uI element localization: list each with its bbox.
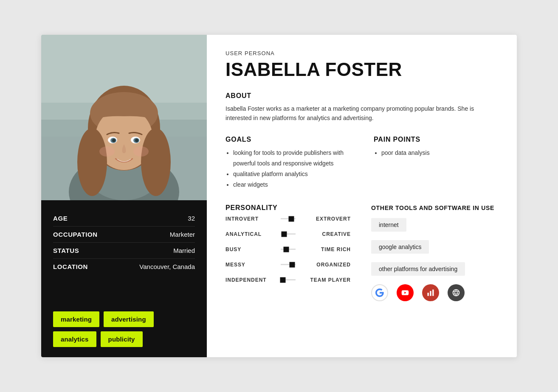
trait-busy-timerich: BUSY TIME RICH [225,246,351,252]
google-icon [371,284,388,301]
right-panel: USER PERSONA ISABELLA FOSTER ABOUT Isabe… [207,35,517,357]
about-title: ABOUT [225,92,496,100]
trait-dot-4 [290,262,295,267]
goals-pain-row: GOALS looking for tools to provide publi… [225,136,496,190]
personality-title: PERSONALITY [225,204,351,212]
tool-badge-internet-row: internet [371,218,496,236]
trait-messy-organized: MESSY ORGANIZED [225,262,351,268]
trait-right-4: ORGANIZED [300,262,351,268]
svg-rect-20 [428,293,429,296]
age-label: AGE [53,215,68,222]
location-row: LOCATION Vancouver, Canada [53,259,195,274]
tag-analytics: analytics [53,331,96,347]
trait-left-4: MESSY [225,262,276,268]
trait-track-2 [281,233,296,235]
about-text: Isabella Foster works as a marketer at a… [225,104,496,123]
svg-rect-22 [432,290,434,296]
location-value: Vancouver, Canada [139,263,195,270]
tags-section: marketing advertising analytics publicit… [41,304,207,357]
trait-right-5: TEAM PLAYER [300,277,351,283]
persona-card: AGE 32 OCCUPATION Marketer STATUS Marrie… [41,35,517,357]
trait-dot-1 [289,216,294,221]
trait-dot-2 [281,231,287,237]
trait-right-3: TIME RICH [300,246,351,252]
svg-point-23 [453,290,459,296]
tool-badge-ga-row: google analytics [371,240,496,258]
trait-dot-5 [280,277,285,283]
info-section: AGE 32 OCCUPATION Marketer STATUS Marrie… [41,200,207,304]
status-label: STATUS [53,247,79,254]
svg-point-17 [135,139,138,142]
left-panel: AGE 32 OCCUPATION Marketer STATUS Marrie… [41,35,207,357]
persona-name: ISABELLA FOSTER [225,59,496,80]
trait-right-1: EXTROVERT [300,216,351,222]
tag-marketing: marketing [53,311,99,327]
other-platform-icon [448,284,465,301]
trait-track-5 [281,279,296,280]
goals-col: GOALS looking for tools to provide publi… [225,136,348,190]
occupation-label: OCCUPATION [53,231,98,238]
youtube-icon [397,284,414,301]
bottom-two-col: PERSONALITY INTROVERT EXTROVERT ANALYTIC… [225,204,496,302]
occupation-value: Marketer [170,231,195,238]
trait-analytical-creative: ANALYTICAL CREATIVE [225,231,351,237]
status-row: STATUS Married [53,243,195,259]
trait-dot-3 [283,246,289,252]
bottom-icons [371,284,496,301]
svg-point-10 [77,128,107,196]
trait-track-1 [281,218,296,219]
pain-title: PAIN POINTS [374,136,496,143]
tool-badge-platforms-row: other platforms for advertising [371,262,496,280]
svg-point-16 [112,139,116,142]
trait-left-1: INTROVERT [225,216,276,222]
tool-badge-other-platforms: other platforms for advertising [371,262,465,276]
tool-badge-internet: internet [371,218,406,232]
trait-track-3 [281,249,296,250]
svg-rect-21 [430,291,431,296]
tag-advertising: advertising [104,311,154,327]
pain-list: poor data analysis [374,148,496,158]
pain-col: PAIN POINTS poor data analysis [374,136,496,190]
age-value: 32 [188,215,195,222]
persona-label: USER PERSONA [225,50,496,56]
svg-point-19 [133,146,149,157]
trait-introvert-extrovert: INTROVERT EXTROVERT [225,216,351,222]
trait-left-3: BUSY [225,246,276,252]
svg-point-18 [99,146,115,157]
trait-independent-teamplayer: INDEPENDENT TEAM PLAYER [225,277,351,283]
tools-col: OTHER TOOLS AND SOFTWARE IN USE internet… [371,204,496,302]
pain-1: poor data analysis [381,148,496,158]
svg-point-11 [141,128,171,196]
tag-publicity: publicity [101,331,143,347]
trait-left-5: INDEPENDENT [225,277,276,283]
goal-1: looking for tools to provide publishers … [233,148,348,169]
trait-track-4 [281,264,296,265]
location-label: LOCATION [53,263,88,270]
goals-list: looking for tools to provide publishers … [225,148,348,190]
personality-col: PERSONALITY INTROVERT EXTROVERT ANALYTIC… [225,204,351,302]
occupation-row: OCCUPATION Marketer [53,227,195,243]
goal-3: clear widgets [233,179,348,190]
trait-left-2: ANALYTICAL [225,231,276,237]
trait-right-2: CREATIVE [300,231,351,237]
profile-photo [41,35,207,200]
tools-title: OTHER TOOLS AND SOFTWARE IN USE [371,204,496,213]
age-row: AGE 32 [53,210,195,227]
goal-2: qualitative platform analytics [233,169,348,179]
tool-badge-google-analytics: google analytics [371,240,429,254]
analytics-platform-icon [422,284,439,301]
goals-title: GOALS [225,136,348,143]
status-value: Married [173,247,195,254]
